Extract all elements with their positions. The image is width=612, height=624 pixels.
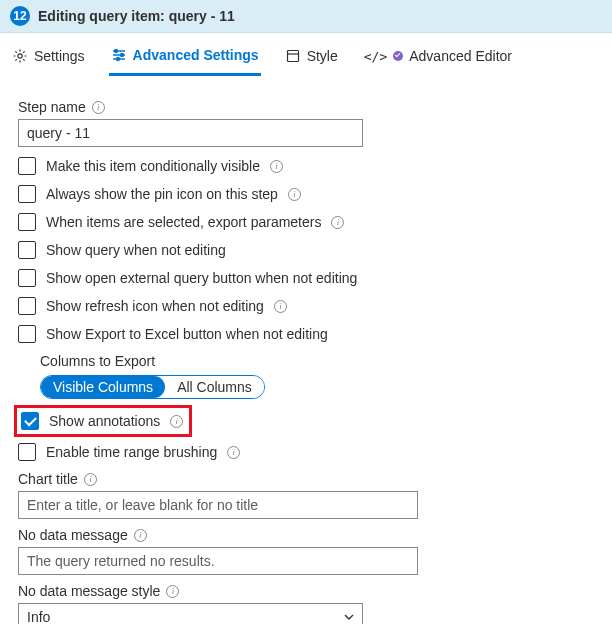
show-query-checkbox[interactable] xyxy=(18,241,36,259)
no-data-style-value[interactable] xyxy=(18,603,363,624)
tab-advanced-editor[interactable]: </> Advanced Editor xyxy=(362,41,514,75)
info-icon[interactable]: i xyxy=(84,473,97,486)
conditional-visible-row[interactable]: Make this item conditionally visible i xyxy=(18,157,594,175)
svg-point-2 xyxy=(120,54,123,57)
svg-rect-4 xyxy=(287,51,298,62)
open-external-checkbox[interactable] xyxy=(18,269,36,287)
refresh-icon-checkbox[interactable] xyxy=(18,297,36,315)
no-data-style-select[interactable] xyxy=(18,603,363,624)
refresh-icon-row[interactable]: Show refresh icon when not editing i xyxy=(18,297,594,315)
no-data-label-row: No data message i xyxy=(18,527,594,543)
validated-dot-icon xyxy=(393,51,403,61)
show-query-row[interactable]: Show query when not editing xyxy=(18,241,594,259)
no-data-style-label: No data message style xyxy=(18,583,160,599)
excel-export-checkbox[interactable] xyxy=(18,325,36,343)
info-icon[interactable]: i xyxy=(134,529,147,542)
svg-point-1 xyxy=(114,50,117,53)
pill-all-columns[interactable]: All Columns xyxy=(165,376,264,398)
open-external-row[interactable]: Show open external query button when not… xyxy=(18,269,594,287)
step-name-label: Step name xyxy=(18,99,86,115)
columns-export-toggle[interactable]: Visible Columns All Columns xyxy=(40,375,265,399)
columns-export-block: Columns to Export Visible Columns All Co… xyxy=(40,353,594,399)
highlight-show-annotations: Show annotations i xyxy=(14,405,192,437)
info-icon[interactable]: i xyxy=(331,216,344,229)
sliders-icon xyxy=(111,47,127,63)
time-brushing-label: Enable time range brushing xyxy=(46,444,217,460)
show-pin-checkbox[interactable] xyxy=(18,185,36,203)
gear-icon xyxy=(12,48,28,64)
style-icon xyxy=(285,48,301,64)
no-data-style-label-row: No data message style i xyxy=(18,583,594,599)
form-body: Step name i Make this item conditionally… xyxy=(0,75,612,624)
info-icon[interactable]: i xyxy=(288,188,301,201)
step-name-input[interactable] xyxy=(18,119,363,147)
open-external-label: Show open external query button when not… xyxy=(46,270,357,286)
tab-settings-label: Settings xyxy=(34,48,85,64)
info-icon[interactable]: i xyxy=(270,160,283,173)
time-brushing-checkbox[interactable] xyxy=(18,443,36,461)
info-icon[interactable]: i xyxy=(227,446,240,459)
time-brushing-row[interactable]: Enable time range brushing i xyxy=(18,443,594,461)
header-title: Editing query item: query - 11 xyxy=(38,8,235,24)
show-pin-row[interactable]: Always show the pin icon on this step i xyxy=(18,185,594,203)
step-number-badge: 12 xyxy=(10,6,30,26)
tab-advanced-settings[interactable]: Advanced Settings xyxy=(109,41,261,76)
tab-style[interactable]: Style xyxy=(283,41,340,75)
columns-export-label: Columns to Export xyxy=(40,353,594,369)
tab-editor-label: Advanced Editor xyxy=(409,48,512,64)
chart-title-label-row: Chart title i xyxy=(18,471,594,487)
step-name-label-row: Step name i xyxy=(18,99,594,115)
show-query-label: Show query when not editing xyxy=(46,242,226,258)
tab-strip: Settings Advanced Settings Style </> Adv… xyxy=(0,33,612,75)
info-icon[interactable]: i xyxy=(170,415,183,428)
show-annotations-row[interactable]: Show annotations i xyxy=(21,412,183,430)
tab-style-label: Style xyxy=(307,48,338,64)
chart-title-label: Chart title xyxy=(18,471,78,487)
info-icon[interactable]: i xyxy=(274,300,287,313)
refresh-icon-label: Show refresh icon when not editing xyxy=(46,298,264,314)
info-icon[interactable]: i xyxy=(92,101,105,114)
export-params-label: When items are selected, export paramete… xyxy=(46,214,321,230)
svg-point-3 xyxy=(116,58,119,61)
code-icon: </> xyxy=(364,49,387,64)
tab-settings[interactable]: Settings xyxy=(10,41,87,75)
editor-header: 12 Editing query item: query - 11 xyxy=(0,0,612,33)
chart-title-input[interactable] xyxy=(18,491,418,519)
pill-visible-columns[interactable]: Visible Columns xyxy=(41,376,165,398)
conditional-visible-checkbox[interactable] xyxy=(18,157,36,175)
no-data-input[interactable] xyxy=(18,547,418,575)
svg-point-0 xyxy=(18,54,22,58)
show-pin-label: Always show the pin icon on this step xyxy=(46,186,278,202)
show-annotations-label: Show annotations xyxy=(49,413,160,429)
info-icon[interactable]: i xyxy=(166,585,179,598)
export-params-checkbox[interactable] xyxy=(18,213,36,231)
conditional-visible-label: Make this item conditionally visible xyxy=(46,158,260,174)
no-data-label: No data message xyxy=(18,527,128,543)
export-params-row[interactable]: When items are selected, export paramete… xyxy=(18,213,594,231)
show-annotations-checkbox[interactable] xyxy=(21,412,39,430)
excel-export-row[interactable]: Show Export to Excel button when not edi… xyxy=(18,325,594,343)
tab-advanced-label: Advanced Settings xyxy=(133,47,259,63)
excel-export-label: Show Export to Excel button when not edi… xyxy=(46,326,328,342)
